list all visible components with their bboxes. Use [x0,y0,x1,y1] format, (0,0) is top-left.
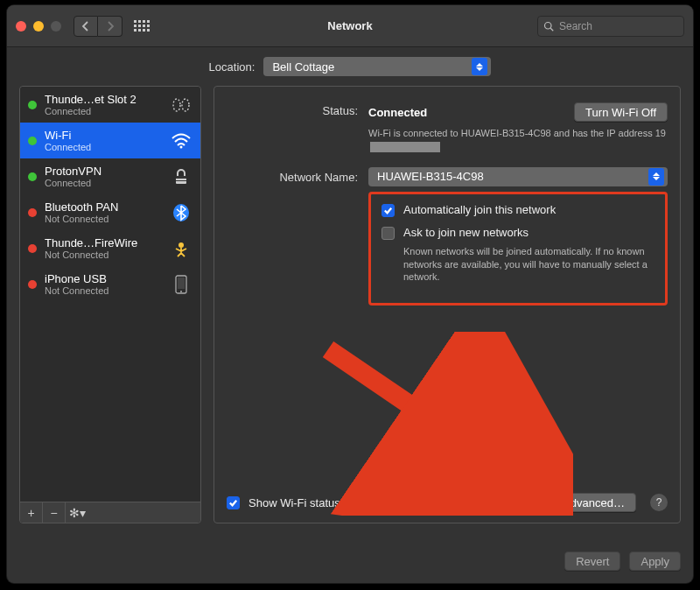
service-name: ProtonVPN [45,165,162,178]
auto-join-label: Automatically join this network [403,203,556,216]
service-item[interactable]: Wi-FiConnected [20,123,200,158]
svg-rect-11 [178,277,185,289]
sidebar-footer: + − ✻▾ [20,502,200,523]
back-button[interactable] [74,16,98,37]
service-name: Thunde…FireWire [45,236,162,249]
status-value: Connected [368,106,427,119]
service-text: iPhone USBNot Connected [45,272,162,296]
chevron-updown-icon [472,58,487,75]
remove-service-button[interactable]: − [43,502,66,523]
search-icon [543,21,554,32]
firewire-icon [170,239,192,258]
network-name-label: Network Name: [227,169,358,184]
location-label: Location: [209,60,256,74]
svg-point-2 [173,99,180,111]
menubar-status-label: Show Wi-Fi status in menu bar [248,496,403,509]
search-input[interactable]: Search [537,16,684,37]
service-item[interactable]: Bluetooth PANNot Connected [20,194,200,230]
grid-icon [134,20,150,32]
chevron-updown-icon [648,168,664,186]
check-icon [383,206,393,215]
service-name: Wi-Fi [45,129,162,142]
revert-button[interactable]: Revert [564,551,620,571]
network-name-value: HUAWEI-B315-4C98 [377,170,484,183]
ask-join-checkbox[interactable] [382,227,395,240]
wifi-icon [170,131,192,151]
forward-button[interactable] [98,16,122,37]
svg-line-1 [550,28,553,31]
status-dot-icon [28,101,37,109]
service-item[interactable]: Thunde…et Slot 2Connected [20,87,200,123]
redacted-ip [370,142,440,152]
add-service-button[interactable]: + [20,502,43,523]
svg-point-9 [178,242,184,248]
apply-button[interactable]: Apply [629,551,681,571]
svg-rect-6 [176,176,186,179]
service-item[interactable]: ProtonVPNConnected [20,158,200,194]
phone-icon [170,275,192,294]
service-status: Not Connected [45,249,162,260]
main-footer: Show Wi-Fi status in menu bar Advanced… … [227,493,668,512]
status-dot-icon [28,244,37,253]
network-name-select[interactable]: HUAWEI-B315-4C98 [368,167,668,186]
network-prefs-window: Network Search Location: Bell Cottage Th… [7,5,693,583]
lock-icon [170,167,192,186]
bluetooth-icon [170,203,192,222]
svg-point-3 [182,99,189,111]
services-sidebar: Thunde…et Slot 2ConnectedWi-FiConnectedP… [19,86,201,523]
window-footer-buttons: Revert Apply [564,551,681,571]
service-status: Connected [45,106,162,116]
highlighted-options-box: Automatically join this network Ask to j… [368,192,668,306]
main-pane: Status: Connected Turn Wi-Fi Off Wi-Fi i… [214,86,681,523]
turn-wifi-off-button[interactable]: Turn Wi-Fi Off [574,102,668,122]
service-status: Not Connected [45,285,162,296]
location-select[interactable]: Bell Cottage [263,57,491,76]
service-name: iPhone USB [45,272,162,285]
service-item[interactable]: iPhone USBNot Connected [20,266,200,302]
search-placeholder: Search [559,20,592,32]
service-text: Thunde…FireWireNot Connected [45,236,162,260]
gear-icon: ✻▾ [69,506,86,520]
help-button[interactable]: ? [650,494,668,511]
ask-join-row: Ask to join new networks Known networks … [382,226,654,284]
status-row: Status: Connected Turn Wi-Fi Off Wi-Fi i… [227,102,668,153]
svg-line-14 [328,349,534,489]
status-dot-icon [28,137,37,145]
location-value: Bell Cottage [272,60,334,74]
advanced-button[interactable]: Advanced… [551,493,636,512]
close-icon[interactable] [16,21,26,32]
menubar-status-checkbox[interactable] [227,496,240,509]
auto-join-checkbox[interactable] [382,204,395,217]
services-list[interactable]: Thunde…et Slot 2ConnectedWi-FiConnectedP… [20,87,200,502]
svg-point-4 [180,145,183,148]
status-dot-icon [28,172,37,181]
service-actions-button[interactable]: ✻▾ [66,502,88,523]
traffic-lights [16,21,61,32]
zoom-icon[interactable] [51,21,61,32]
ask-join-label: Ask to join new networks [403,226,528,240]
status-label: Status: [227,102,358,117]
check-icon [228,498,238,508]
service-item[interactable]: Thunde…FireWireNot Connected [20,230,200,266]
titlebar: Network Search [7,5,693,47]
service-status: Not Connected [45,214,162,224]
svg-point-12 [180,291,182,292]
show-all-button[interactable] [130,16,154,37]
status-dot-icon [28,280,37,289]
service-name: Bluetooth PAN [45,200,162,214]
auto-join-row: Automatically join this network [382,203,654,217]
service-text: Thunde…et Slot 2Connected [45,93,162,116]
location-row: Location: Bell Cottage [7,47,693,86]
svg-rect-7 [176,180,186,181]
service-text: Wi-FiConnected [45,129,162,152]
status-dot-icon [28,208,37,217]
service-status: Connected [45,178,162,188]
minimize-icon[interactable] [33,21,44,32]
annotation-arrow-icon [311,332,573,516]
service-text: ProtonVPNConnected [45,165,162,188]
svg-point-0 [545,22,552,29]
thunderbolt-bridge-icon [170,95,192,115]
ask-join-desc: Known networks will be joined automatica… [403,245,654,284]
service-text: Bluetooth PANNot Connected [45,200,162,224]
service-name: Thunde…et Slot 2 [45,93,162,106]
